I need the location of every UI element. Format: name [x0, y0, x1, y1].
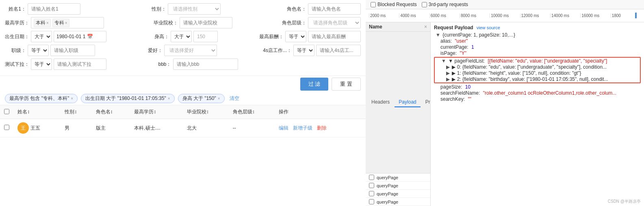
tl-tick-1: 4000 ms	[399, 13, 429, 18]
item0-expand[interactable]: ▶	[446, 64, 450, 70]
req-0-checkbox[interactable]	[369, 175, 374, 180]
row-role-cell: 版主	[92, 119, 130, 137]
item1-expand[interactable]: ▶	[446, 70, 450, 76]
filter-tag-2-close[interactable]: ×	[218, 96, 220, 101]
edu-label: 最高学历：	[5, 20, 29, 26]
tree-alias: alias: "user"	[434, 38, 641, 44]
clear-button[interactable]: 清空	[230, 95, 239, 102]
tl-tick-5: 12000 ms	[520, 13, 550, 18]
birth-op-select[interactable]: 大于	[31, 31, 52, 42]
right-split: Name × Headers Payload Preview Response …	[366, 22, 644, 206]
salary-op-select[interactable]: 等于	[285, 31, 306, 42]
req-item-0[interactable]: queryPage	[366, 173, 430, 182]
left-panel: 姓名1： 性别： 请选择性别 角色名： 最高学历： 本科 ×	[0, 0, 366, 206]
req-item-2[interactable]: queryPage	[366, 190, 430, 198]
shop-input[interactable]	[316, 45, 361, 56]
position-input[interactable]	[50, 45, 95, 56]
select-all-checkbox[interactable]	[4, 109, 9, 114]
req-item-1[interactable]: queryPage	[366, 182, 430, 190]
req-item-3[interactable]: queryPage	[366, 198, 430, 206]
edu-tag-0-close[interactable]: ×	[46, 21, 49, 25]
req-3-checkbox[interactable]	[369, 199, 374, 204]
table-header-row: 姓名↕ 性别↕ 角色名↕ 最高学历↕ 毕业院校↕ 角色层级↕ 操作	[0, 105, 366, 119]
req-3-name: queryPage	[377, 199, 398, 204]
req-1-checkbox[interactable]	[369, 183, 374, 188]
tree-page-size: pageSize: 10	[434, 84, 641, 90]
pfl-expand[interactable]: ▼	[441, 58, 446, 64]
req-1-name: queryPage	[377, 183, 398, 188]
tab-headers[interactable]: Headers	[367, 98, 394, 107]
view-source-link[interactable]: view source	[477, 25, 500, 30]
bbb-label: bbb：	[150, 61, 171, 68]
position-op-select[interactable]: 等于	[28, 45, 49, 56]
tab-preview[interactable]: Preview	[421, 98, 430, 107]
filter-tag-0-close[interactable]: ×	[71, 96, 73, 101]
gender-label: 性别：	[145, 6, 166, 13]
th-level: 角色层级↕	[229, 105, 275, 119]
top-bar: Blocked Requests 3rd-party requests	[366, 0, 644, 9]
test-op-select[interactable]: 等于	[31, 59, 52, 70]
height-input[interactable]	[193, 31, 218, 42]
tree-pfl-item0: ▶ ▶ 0: {fieldName: "edu", value: ["under…	[435, 64, 640, 70]
birth-label: 出生日期：	[5, 33, 29, 40]
payload-title: Request Payload	[434, 25, 473, 30]
th-name: 姓名↕	[13, 105, 61, 119]
filter-button[interactable]: 过 滤	[300, 78, 329, 91]
form-row-5: 测试下拉： 等于 bbb：	[5, 59, 361, 70]
add-child-action[interactable]: 新增子级	[293, 125, 312, 131]
item2-expand[interactable]: ▶	[446, 76, 450, 82]
th-actions: 操作	[275, 105, 366, 119]
row-checkbox[interactable]	[4, 125, 9, 130]
name-col-close[interactable]: ×	[424, 24, 427, 30]
edu-tag-1: 专科 ×	[52, 19, 69, 27]
edu-tag-1-close[interactable]: ×	[65, 21, 67, 25]
school-input[interactable]	[180, 17, 232, 28]
form-area: 姓名1： 性别： 请选择性别 角色名： 最高学历： 本科 ×	[0, 0, 366, 76]
watermark: CSDN @半路凉亭	[608, 199, 641, 204]
edit-action[interactable]: 编辑	[279, 125, 288, 131]
salary-label: 最高薪酬：	[259, 33, 284, 40]
role-level-select[interactable]: 请选择角色层级	[308, 17, 361, 28]
table-area: 姓名↕ 性别↕ 角色名↕ 最高学历↕ 毕业院校↕ 角色层级↕ 操作	[0, 105, 366, 206]
table-row: 王 王五 男 版主 本科,硕士.... 北大 -- 编辑 新增子级 删除	[0, 119, 366, 137]
test-label: 测试下拉：	[5, 61, 29, 68]
gender-select[interactable]: 请选择性别	[168, 3, 221, 15]
salary-input[interactable]	[308, 31, 361, 42]
blocked-requests-label[interactable]: Blocked Requests	[371, 2, 417, 7]
tabs-bar: Headers Payload Preview Response Initiat…	[366, 32, 430, 173]
third-party-label[interactable]: 3rd-party requests	[422, 2, 468, 7]
blocked-requests-checkbox[interactable]	[371, 2, 376, 7]
req-2-checkbox[interactable]	[369, 191, 374, 196]
name-input[interactable]	[28, 3, 80, 15]
data-table: 姓名↕ 性别↕ 角色名↕ 最高学历↕ 毕业院校↕ 角色层级↕ 操作	[0, 105, 366, 137]
tl-tick-6: 14000 ms	[550, 13, 580, 18]
name-label: 姓名1：	[5, 6, 26, 13]
row-actions-cell: 编辑 新增子级 删除	[275, 119, 366, 137]
role-input[interactable]	[308, 3, 361, 15]
third-party-checkbox[interactable]	[422, 2, 427, 7]
th-checkbox	[0, 105, 13, 119]
row-edu-cell: 本科,硕士....	[130, 119, 182, 137]
hobby-select[interactable]: 请选择爱好	[164, 45, 217, 56]
main-container: 姓名1： 性别： 请选择性别 角色名： 最高学历： 本科 ×	[0, 0, 644, 206]
tab-payload[interactable]: Payload	[395, 98, 420, 107]
delete-action[interactable]: 删除	[317, 125, 327, 131]
row-level-cell: --	[229, 119, 275, 137]
shop-op-select[interactable]: 等于	[293, 45, 314, 56]
reset-button[interactable]: 重 置	[332, 78, 361, 91]
th-edu: 最高学历↕	[130, 105, 182, 119]
height-op-select[interactable]: 大于	[171, 31, 192, 42]
request-list-column: Name × Headers Payload Preview Response …	[366, 22, 431, 206]
tree-search-key: searchKey: ""	[434, 96, 641, 102]
tree-root: ▼ {currentPage: 1, pageSize: 10,…}	[434, 32, 641, 38]
birth-date-input[interactable]: 1980-01-01 1 📅	[54, 31, 106, 42]
filter-tag-1-close[interactable]: ×	[168, 96, 170, 101]
edu-tag-input[interactable]: 本科 × 专科 ×	[31, 17, 104, 28]
root-expand[interactable]: ▼	[436, 32, 440, 38]
tl-tick-3: 8000 ms	[460, 13, 490, 18]
payload-column: Request Payload view source ▼ {currentPa…	[431, 22, 644, 206]
filter-tag-2: 身高 大于 "150" ×	[178, 94, 225, 103]
bbb-input[interactable]	[173, 59, 238, 70]
test-input[interactable]	[54, 59, 106, 70]
tl-tick-2: 6000 ms	[429, 13, 460, 18]
